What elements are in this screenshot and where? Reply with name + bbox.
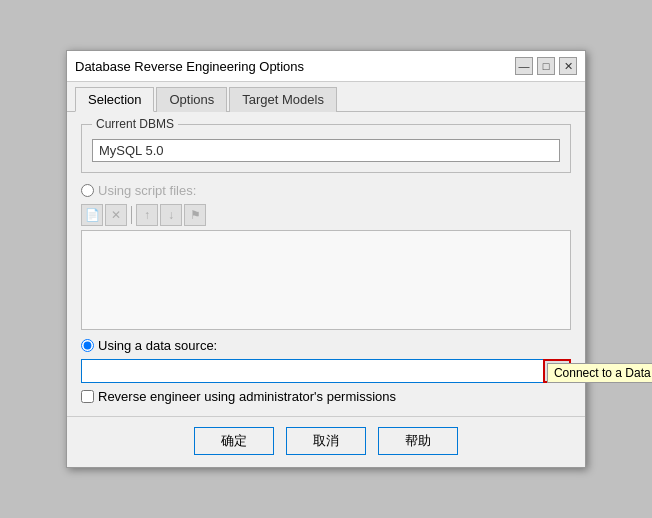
tab-selection[interactable]: Selection (75, 87, 154, 112)
tab-target-models[interactable]: Target Models (229, 87, 337, 112)
close-button[interactable]: ✕ (559, 57, 577, 75)
tab-bar: Selection Options Target Models (67, 82, 585, 112)
script-list (81, 230, 571, 330)
titlebar: Database Reverse Engineering Options — □… (67, 51, 585, 82)
admin-permissions-checkbox[interactable] (81, 390, 94, 403)
script-files-radio[interactable] (81, 184, 94, 197)
titlebar-buttons: — □ ✕ (515, 57, 577, 75)
script-files-section: Using script files: 📄 ✕ ↑ ↓ ⚑ (81, 183, 571, 330)
ok-button[interactable]: 确定 (194, 427, 274, 455)
dbms-input[interactable] (92, 139, 560, 162)
footer: 确定 取消 帮助 (67, 416, 585, 467)
flag-button[interactable]: ⚑ (184, 204, 206, 226)
move-down-button[interactable]: ↓ (160, 204, 182, 226)
toolbar-separator-1 (131, 206, 132, 224)
script-files-toolbar: 📄 ✕ ↑ ↓ ⚑ (81, 204, 571, 226)
maximize-button[interactable]: □ (537, 57, 555, 75)
current-dbms-section: Current DBMS (81, 124, 571, 173)
main-window: Database Reverse Engineering Options — □… (66, 50, 586, 468)
datasource-label: Using a data source: (98, 338, 217, 353)
connect-tooltip: Connect to a Data Source (547, 363, 652, 383)
cancel-button[interactable]: 取消 (286, 427, 366, 455)
tab-content: Current DBMS Using script files: 📄 ✕ ↑ ↓… (67, 112, 585, 416)
admin-permissions-row: Reverse engineer using administrator's p… (81, 389, 571, 404)
add-script-button[interactable]: 📄 (81, 204, 103, 226)
datasource-row: Connect to a Data Source (81, 359, 571, 383)
datasource-section: Using a data source: Connect to a Data S… (81, 338, 571, 404)
datasource-radio-row: Using a data source: (81, 338, 571, 353)
help-button[interactable]: 帮助 (378, 427, 458, 455)
delete-script-button[interactable]: ✕ (105, 204, 127, 226)
script-files-label: Using script files: (98, 183, 196, 198)
script-files-radio-row: Using script files: (81, 183, 571, 198)
tab-options[interactable]: Options (156, 87, 227, 112)
minimize-button[interactable]: — (515, 57, 533, 75)
current-dbms-label: Current DBMS (92, 117, 178, 131)
datasource-radio[interactable] (81, 339, 94, 352)
datasource-input[interactable] (81, 359, 543, 383)
window-title: Database Reverse Engineering Options (75, 59, 304, 74)
move-up-button[interactable]: ↑ (136, 204, 158, 226)
connect-datasource-button[interactable]: Connect to a Data Source (543, 359, 571, 383)
admin-permissions-label: Reverse engineer using administrator's p… (98, 389, 396, 404)
